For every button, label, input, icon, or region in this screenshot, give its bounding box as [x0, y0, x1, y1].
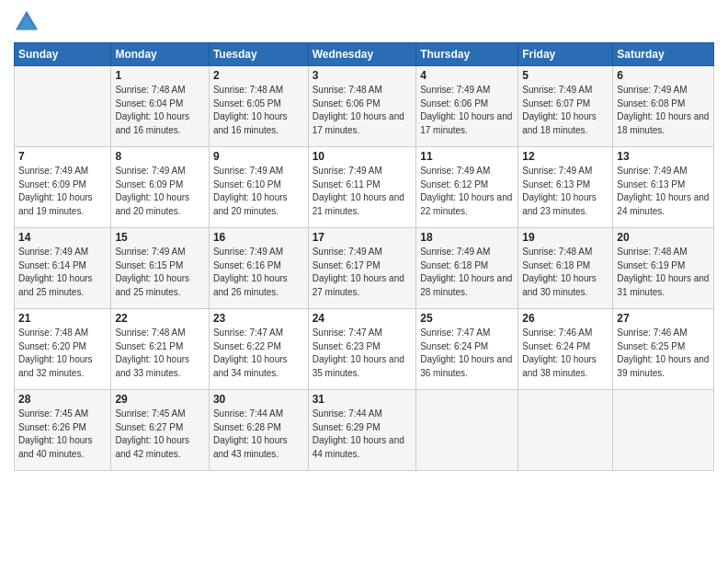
col-header-tuesday: Tuesday — [209, 43, 308, 66]
calendar-cell: 18Sunrise: 7:49 AMSunset: 6:18 PMDayligh… — [416, 228, 518, 309]
calendar-cell: 26Sunrise: 7:46 AMSunset: 6:24 PMDayligh… — [518, 309, 613, 390]
calendar-cell: 24Sunrise: 7:47 AMSunset: 6:23 PMDayligh… — [308, 309, 416, 390]
day-info: Sunrise: 7:48 AMSunset: 6:06 PMDaylight:… — [313, 84, 413, 137]
day-info: Sunrise: 7:47 AMSunset: 6:22 PMDaylight:… — [213, 327, 304, 380]
day-number: 12 — [522, 150, 609, 163]
day-number: 3 — [313, 69, 413, 82]
week-row-2: 7Sunrise: 7:49 AMSunset: 6:09 PMDaylight… — [15, 147, 714, 228]
calendar-cell: 21Sunrise: 7:48 AMSunset: 6:20 PMDayligh… — [15, 309, 111, 390]
day-number: 19 — [522, 231, 609, 244]
day-number: 1 — [115, 69, 204, 82]
calendar-cell: 29Sunrise: 7:45 AMSunset: 6:27 PMDayligh… — [111, 390, 209, 471]
day-number: 18 — [420, 231, 514, 244]
calendar-cell — [15, 66, 111, 147]
calendar-cell: 8Sunrise: 7:49 AMSunset: 6:09 PMDaylight… — [111, 147, 209, 228]
day-info: Sunrise: 7:48 AMSunset: 6:05 PMDaylight:… — [213, 84, 304, 137]
col-header-wednesday: Wednesday — [308, 43, 416, 66]
day-info: Sunrise: 7:49 AMSunset: 6:13 PMDaylight:… — [617, 165, 710, 218]
day-number: 13 — [617, 150, 710, 163]
day-number: 10 — [313, 150, 413, 163]
week-row-5: 28Sunrise: 7:45 AMSunset: 6:26 PMDayligh… — [15, 390, 714, 471]
calendar-cell: 11Sunrise: 7:49 AMSunset: 6:12 PMDayligh… — [416, 147, 518, 228]
calendar-cell: 17Sunrise: 7:49 AMSunset: 6:17 PMDayligh… — [308, 228, 416, 309]
calendar-cell: 19Sunrise: 7:48 AMSunset: 6:18 PMDayligh… — [518, 228, 613, 309]
col-header-thursday: Thursday — [416, 43, 518, 66]
calendar-cell: 28Sunrise: 7:45 AMSunset: 6:26 PMDayligh… — [15, 390, 111, 471]
calendar-cell: 13Sunrise: 7:49 AMSunset: 6:13 PMDayligh… — [613, 147, 714, 228]
calendar-cell: 23Sunrise: 7:47 AMSunset: 6:22 PMDayligh… — [209, 309, 308, 390]
day-info: Sunrise: 7:47 AMSunset: 6:24 PMDaylight:… — [420, 327, 514, 380]
day-info: Sunrise: 7:46 AMSunset: 6:24 PMDaylight:… — [522, 327, 609, 380]
calendar-cell: 6Sunrise: 7:49 AMSunset: 6:08 PMDaylight… — [613, 66, 714, 147]
day-info: Sunrise: 7:47 AMSunset: 6:23 PMDaylight:… — [313, 327, 413, 380]
day-info: Sunrise: 7:44 AMSunset: 6:29 PMDaylight:… — [313, 408, 413, 461]
day-info: Sunrise: 7:49 AMSunset: 6:09 PMDaylight:… — [115, 165, 204, 218]
col-header-monday: Monday — [111, 43, 209, 66]
calendar-cell — [518, 390, 613, 471]
day-number: 11 — [420, 150, 514, 163]
calendar-cell: 1Sunrise: 7:48 AMSunset: 6:04 PMDaylight… — [111, 66, 209, 147]
col-header-sunday: Sunday — [15, 43, 111, 66]
day-number: 9 — [213, 150, 304, 163]
day-info: Sunrise: 7:48 AMSunset: 6:21 PMDaylight:… — [115, 327, 204, 380]
day-number: 17 — [313, 231, 413, 244]
logo-icon — [14, 9, 40, 35]
day-number: 14 — [18, 231, 107, 244]
day-info: Sunrise: 7:49 AMSunset: 6:11 PMDaylight:… — [313, 165, 413, 218]
calendar-cell: 31Sunrise: 7:44 AMSunset: 6:29 PMDayligh… — [308, 390, 416, 471]
col-header-saturday: Saturday — [613, 43, 714, 66]
page-container: SundayMondayTuesdayWednesdayThursdayFrid… — [0, 0, 728, 563]
week-row-4: 21Sunrise: 7:48 AMSunset: 6:20 PMDayligh… — [15, 309, 714, 390]
day-number: 20 — [617, 231, 710, 244]
calendar-cell: 14Sunrise: 7:49 AMSunset: 6:14 PMDayligh… — [15, 228, 111, 309]
calendar-cell: 27Sunrise: 7:46 AMSunset: 6:25 PMDayligh… — [613, 309, 714, 390]
day-number: 22 — [115, 312, 204, 325]
calendar-cell: 12Sunrise: 7:49 AMSunset: 6:13 PMDayligh… — [518, 147, 613, 228]
week-row-3: 14Sunrise: 7:49 AMSunset: 6:14 PMDayligh… — [15, 228, 714, 309]
calendar-cell: 20Sunrise: 7:48 AMSunset: 6:19 PMDayligh… — [613, 228, 714, 309]
day-number: 16 — [213, 231, 304, 244]
day-info: Sunrise: 7:45 AMSunset: 6:27 PMDaylight:… — [115, 408, 204, 461]
header — [14, 9, 714, 35]
calendar-cell: 25Sunrise: 7:47 AMSunset: 6:24 PMDayligh… — [416, 309, 518, 390]
day-info: Sunrise: 7:49 AMSunset: 6:17 PMDaylight:… — [313, 246, 413, 299]
calendar-cell: 9Sunrise: 7:49 AMSunset: 6:10 PMDaylight… — [209, 147, 308, 228]
calendar-cell: 2Sunrise: 7:48 AMSunset: 6:05 PMDaylight… — [209, 66, 308, 147]
day-info: Sunrise: 7:45 AMSunset: 6:26 PMDaylight:… — [18, 408, 107, 461]
day-number: 29 — [115, 393, 204, 406]
day-info: Sunrise: 7:48 AMSunset: 6:04 PMDaylight:… — [115, 84, 204, 137]
day-info: Sunrise: 7:49 AMSunset: 6:09 PMDaylight:… — [18, 165, 107, 218]
day-number: 5 — [522, 69, 609, 82]
day-number: 7 — [18, 150, 107, 163]
day-number: 24 — [313, 312, 413, 325]
day-number: 6 — [617, 69, 710, 82]
day-info: Sunrise: 7:48 AMSunset: 6:20 PMDaylight:… — [18, 327, 107, 380]
day-number: 15 — [115, 231, 204, 244]
day-info: Sunrise: 7:49 AMSunset: 6:18 PMDaylight:… — [420, 246, 514, 299]
day-number: 28 — [18, 393, 107, 406]
calendar-cell: 30Sunrise: 7:44 AMSunset: 6:28 PMDayligh… — [209, 390, 308, 471]
day-info: Sunrise: 7:49 AMSunset: 6:16 PMDaylight:… — [213, 246, 304, 299]
day-info: Sunrise: 7:44 AMSunset: 6:28 PMDaylight:… — [213, 408, 304, 461]
calendar-cell: 22Sunrise: 7:48 AMSunset: 6:21 PMDayligh… — [111, 309, 209, 390]
day-info: Sunrise: 7:46 AMSunset: 6:25 PMDaylight:… — [617, 327, 710, 380]
header-row: SundayMondayTuesdayWednesdayThursdayFrid… — [15, 43, 714, 66]
logo — [14, 9, 43, 35]
calendar-table: SundayMondayTuesdayWednesdayThursdayFrid… — [14, 42, 714, 471]
day-number: 25 — [420, 312, 514, 325]
day-number: 8 — [115, 150, 204, 163]
day-info: Sunrise: 7:49 AMSunset: 6:13 PMDaylight:… — [522, 165, 609, 218]
day-info: Sunrise: 7:48 AMSunset: 6:19 PMDaylight:… — [617, 246, 710, 299]
col-header-friday: Friday — [518, 43, 613, 66]
day-number: 23 — [213, 312, 304, 325]
day-number: 2 — [213, 69, 304, 82]
day-number: 21 — [18, 312, 107, 325]
day-info: Sunrise: 7:48 AMSunset: 6:18 PMDaylight:… — [522, 246, 609, 299]
calendar-cell: 3Sunrise: 7:48 AMSunset: 6:06 PMDaylight… — [308, 66, 416, 147]
calendar-cell — [416, 390, 518, 471]
day-info: Sunrise: 7:49 AMSunset: 6:06 PMDaylight:… — [420, 84, 514, 137]
day-info: Sunrise: 7:49 AMSunset: 6:10 PMDaylight:… — [213, 165, 304, 218]
calendar-cell: 10Sunrise: 7:49 AMSunset: 6:11 PMDayligh… — [308, 147, 416, 228]
day-number: 31 — [313, 393, 413, 406]
day-info: Sunrise: 7:49 AMSunset: 6:07 PMDaylight:… — [522, 84, 609, 137]
